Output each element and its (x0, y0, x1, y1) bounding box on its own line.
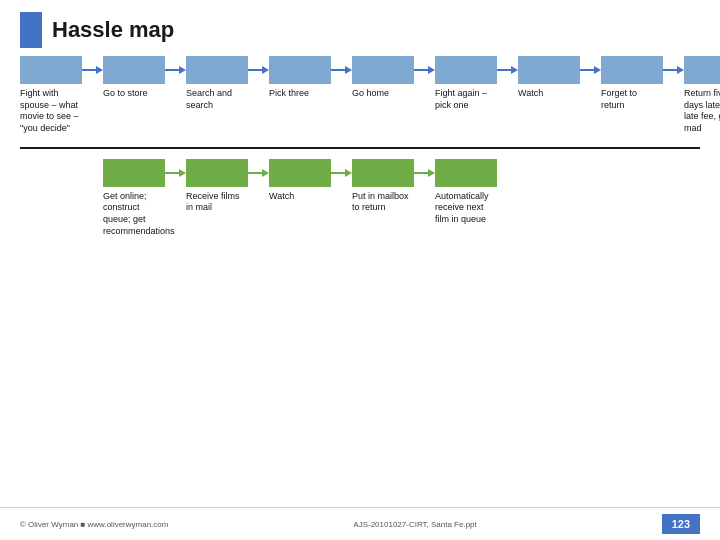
footer-file: AJS-20101027-CIRT, Santa Fe.ppt (353, 520, 476, 529)
arrow-g4 (414, 166, 435, 180)
title-bar: Hassle map (0, 0, 720, 56)
svg-marker-15 (677, 66, 684, 74)
svg-marker-17 (179, 169, 186, 177)
label-2: Go to store (103, 88, 165, 100)
arrow-5 (414, 63, 435, 77)
step-box-g5 (435, 159, 497, 187)
label-8: Forget to return (601, 88, 663, 111)
svg-marker-13 (594, 66, 601, 74)
label-g5: Automatically receive next film in queue (435, 191, 497, 226)
step-box-8 (601, 56, 663, 84)
label-g4: Put in mailbox to return (352, 191, 414, 214)
step-box-9 (684, 56, 720, 84)
step-box-g1 (103, 159, 165, 187)
svg-marker-21 (345, 169, 352, 177)
page-title: Hassle map (52, 17, 174, 43)
svg-marker-5 (262, 66, 269, 74)
label-4: Pick three (269, 88, 331, 100)
arrow-4 (331, 63, 352, 77)
label-g1: Get online; construct queue; get recomme… (103, 191, 165, 238)
main-content: Fight with spouse – what movie to see – … (0, 56, 720, 507)
arrow-g2 (248, 166, 269, 180)
step-box-3 (186, 56, 248, 84)
label-9: Return five days later, pay late fee, ge… (684, 88, 720, 135)
step-box-g2 (186, 159, 248, 187)
step-box-g4 (352, 159, 414, 187)
label-6: Fight again – pick one (435, 88, 497, 111)
arrow-g1 (165, 166, 186, 180)
arrow-1 (82, 63, 103, 77)
arrow-8 (663, 63, 684, 77)
row1-section: Fight with spouse – what movie to see – … (20, 56, 700, 135)
step-box-1 (20, 56, 82, 84)
step-box-g3 (269, 159, 331, 187)
row1-labels: Fight with spouse – what movie to see – … (20, 88, 700, 135)
svg-marker-19 (262, 169, 269, 177)
svg-marker-7 (345, 66, 352, 74)
label-g3: Watch (269, 191, 331, 203)
arrow-2 (165, 63, 186, 77)
svg-marker-1 (96, 66, 103, 74)
page: Hassle map (0, 0, 720, 540)
step-box-7 (518, 56, 580, 84)
svg-marker-11 (511, 66, 518, 74)
label-1: Fight with spouse – what movie to see – … (20, 88, 82, 135)
footer-copyright: © Oliver Wyman ■ www.oliverwyman.com (20, 520, 168, 529)
svg-marker-23 (428, 169, 435, 177)
row2-boxes (103, 159, 700, 187)
label-g2: Receive films in mail (186, 191, 248, 214)
arrow-3 (248, 63, 269, 77)
title-accent (20, 12, 42, 48)
arrow-g3 (331, 166, 352, 180)
page-number: 123 (662, 514, 700, 534)
row1-boxes (20, 56, 700, 84)
label-3: Search and search (186, 88, 248, 111)
arrow-6 (497, 63, 518, 77)
svg-marker-3 (179, 66, 186, 74)
step-box-6 (435, 56, 497, 84)
label-5: Go home (352, 88, 414, 100)
label-7: Watch (518, 88, 580, 100)
step-box-5 (352, 56, 414, 84)
section-divider (20, 147, 700, 149)
arrow-7 (580, 63, 601, 77)
step-box-2 (103, 56, 165, 84)
svg-marker-9 (428, 66, 435, 74)
footer: © Oliver Wyman ■ www.oliverwyman.com AJS… (0, 507, 720, 540)
row2-section: Get online; construct queue; get recomme… (20, 159, 700, 238)
row2-labels: Get online; construct queue; get recomme… (103, 191, 700, 238)
step-box-4 (269, 56, 331, 84)
